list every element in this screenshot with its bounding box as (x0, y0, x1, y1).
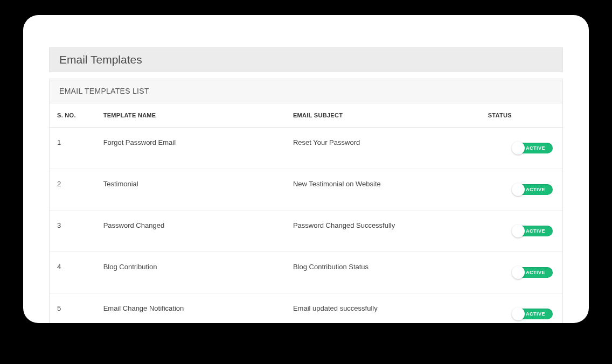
status-toggle[interactable]: ACTIVE (514, 309, 553, 319)
page-title: Email Templates (59, 53, 553, 66)
header-name: TEMPLATE NAME (96, 103, 286, 128)
cell-name: Password Changed (96, 211, 286, 252)
cell-status: ACTIVE (481, 169, 562, 211)
cell-name: Testimonial (96, 169, 286, 211)
cell-sno: 5 (50, 293, 96, 324)
cell-subject: Reset Your Password (286, 128, 481, 169)
cell-subject: Email updated successfully (286, 293, 481, 324)
toggle-knob-icon (512, 307, 525, 320)
header-sno: S. NO. (50, 103, 96, 128)
cell-sno: 3 (50, 211, 96, 252)
status-toggle[interactable]: ACTIVE (514, 143, 553, 153)
cell-subject: Password Changed Successfully (286, 211, 481, 252)
table-row: 2 Testimonial New Testimonial on Website… (50, 169, 562, 211)
app-card: Email Templates EMAIL TEMPLATES LIST S. … (23, 15, 589, 323)
cell-subject: Blog Contribution Status (286, 252, 481, 293)
status-toggle[interactable]: ACTIVE (514, 184, 553, 195)
cell-status: ACTIVE (481, 128, 562, 169)
toggle-label: ACTIVE (526, 311, 545, 317)
page-header: Email Templates (49, 47, 563, 72)
toggle-label: ACTIVE (526, 270, 545, 275)
status-toggle[interactable]: ACTIVE (514, 226, 553, 236)
cell-sno: 1 (50, 128, 96, 169)
toggle-knob-icon (512, 183, 525, 196)
toggle-label: ACTIVE (526, 145, 545, 151)
cell-subject: New Testimonial on Website (286, 169, 481, 211)
cell-status: ACTIVE (481, 211, 562, 252)
toggle-knob-icon (512, 225, 525, 237)
cell-status: ACTIVE (481, 252, 562, 293)
cell-name: Email Change Notification (96, 293, 286, 324)
templates-panel: EMAIL TEMPLATES LIST S. NO. TEMPLATE NAM… (49, 79, 563, 323)
status-toggle[interactable]: ACTIVE (514, 267, 553, 278)
toggle-knob-icon (512, 266, 525, 279)
table-row: 3 Password Changed Password Changed Succ… (50, 211, 562, 252)
cell-name: Blog Contribution (96, 252, 286, 293)
table-row: 4 Blog Contribution Blog Contribution St… (50, 252, 562, 293)
panel-header: EMAIL TEMPLATES LIST (50, 79, 562, 103)
cell-status: ACTIVE (481, 293, 562, 324)
cell-name: Forgot Password Email (96, 128, 286, 169)
toggle-label: ACTIVE (526, 187, 545, 192)
toggle-knob-icon (512, 142, 525, 155)
toggle-label: ACTIVE (526, 228, 545, 234)
cell-sno: 4 (50, 252, 96, 293)
templates-table: S. NO. TEMPLATE NAME EMAIL SUBJECT STATU… (50, 103, 562, 323)
header-status: STATUS (481, 103, 562, 128)
table-row: 5 Email Change Notification Email update… (50, 293, 562, 324)
table-row: 1 Forgot Password Email Reset Your Passw… (50, 128, 562, 169)
table-header-row: S. NO. TEMPLATE NAME EMAIL SUBJECT STATU… (50, 103, 562, 128)
cell-sno: 2 (50, 169, 96, 211)
panel-title: EMAIL TEMPLATES LIST (59, 87, 553, 95)
header-subject: EMAIL SUBJECT (286, 103, 481, 128)
